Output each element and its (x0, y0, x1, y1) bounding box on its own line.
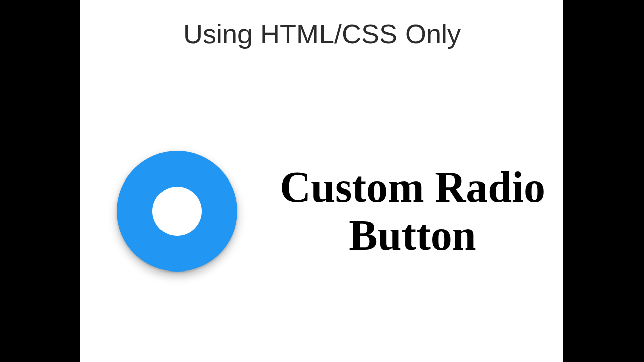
slide-stage: Using HTML/CSS Only Custom Radio Button (80, 0, 564, 362)
radio-button-icon (117, 151, 237, 272)
subtitle-text: Using HTML/CSS Only (80, 18, 564, 49)
main-title-text: Custom Radio Button (272, 163, 553, 260)
radio-button-inner-dot (152, 187, 202, 236)
content-row: Custom Radio Button (80, 151, 564, 272)
